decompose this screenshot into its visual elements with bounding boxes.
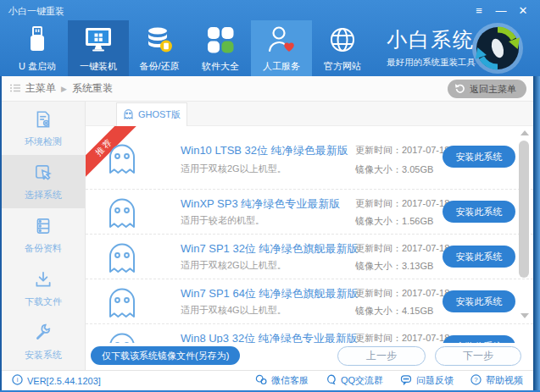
system-updated: 更新时间：2017-07-18 (355, 332, 449, 343)
scroll-up-arrow-icon[interactable] (521, 130, 529, 135)
nav-item-software-collection[interactable]: 软件大全 (190, 20, 251, 76)
ghost-icon (106, 240, 138, 278)
back-to-main-menu-button[interactable]: 返回主菜单 (448, 80, 526, 98)
brand-logo-icon (471, 22, 524, 75)
nav-item-manual-service[interactable]: 人工服务 (251, 20, 312, 76)
sidebar-step-label: 备份资料 (25, 242, 62, 255)
list-icon (10, 83, 20, 95)
breadcrumb-bar: 主菜单 ▶ 系统重装 返回主菜单 (2, 76, 533, 102)
nav-item-official-site[interactable]: 官方网站 (312, 20, 373, 76)
tab-label: GHOST版 (138, 108, 181, 121)
breadcrumb-current-page: 系统重装 (72, 81, 113, 96)
ghost-icon (106, 141, 138, 179)
nav-item-usb-boot[interactable]: U 盘启动 (7, 20, 68, 76)
sidebar-step-install-system[interactable]: 安装系统 (2, 315, 85, 368)
system-description: 适用于双核2G以上机型。 (181, 163, 287, 175)
close-icon[interactable]: ✕ (516, 4, 530, 18)
qq-icon (326, 374, 337, 387)
status-link-label: 微信客服 (271, 374, 309, 387)
menu-icon[interactable]: ≡ (472, 4, 486, 18)
nav-item-one-click-install[interactable]: 一键装机 (68, 20, 129, 76)
sidebar-step-env-check[interactable]: 环境检测 (2, 102, 85, 155)
install-system-button[interactable]: 安装此系统 (443, 335, 515, 343)
nav-label: 人工服务 (263, 60, 300, 73)
monitor-icon (83, 25, 114, 57)
header: 小白一键重装 ≡ — ✕ U 盘启动 一键装机 (0, 0, 540, 76)
sidebar-step-download-files[interactable]: 下载文件 (2, 262, 85, 315)
nav-label: 一键装机 (80, 60, 117, 73)
tab-ghost-edition[interactable]: GHOST版 (116, 102, 187, 126)
sidebar-step-label: 环境检测 (25, 135, 62, 148)
nav-label: 官方网站 (324, 60, 361, 73)
status-link-label: 帮助视频 (486, 374, 523, 387)
feedback-link[interactable]: 问题反馈 (400, 374, 454, 387)
qq-group-link[interactable]: QQ交流群 (326, 374, 383, 387)
scrollbar (519, 130, 530, 318)
version-label: VER[2.5.44.1203] (27, 376, 101, 386)
sidebar-step-backup-data[interactable]: 备份资料 (2, 208, 85, 262)
breadcrumb-separator-icon: ▶ (61, 85, 67, 93)
scrollbar-thumb[interactable] (519, 141, 529, 278)
person-heart-icon (266, 25, 297, 57)
nav-item-backup-restore[interactable]: 备份/还原 (129, 20, 190, 76)
help-videos-link[interactable]: ? 帮助视频 (470, 374, 523, 387)
info-icon: i (12, 374, 23, 387)
window-border-right (533, 76, 540, 392)
scroll-down-arrow-icon[interactable] (521, 313, 529, 318)
next-step-button[interactable]: 下一步 (435, 346, 521, 366)
svg-text:?: ? (474, 376, 478, 384)
system-name[interactable]: Win10 LTSB 32位 纯净绿色最新版 (181, 143, 348, 158)
breadcrumb: 主菜单 ▶ 系统重装 (10, 76, 113, 101)
tab-bar: GHOST版 (86, 102, 533, 126)
sidebar-step-select-system[interactable]: 选择系统 (2, 155, 85, 208)
install-system-button[interactable]: 安装此系统 (443, 290, 515, 312)
help-icon: ? (470, 374, 482, 387)
system-updated: 更新时间：2017-07-18 (355, 287, 449, 300)
main-nav: U 盘启动 一键装机 备份/还原 软件大全 (7, 20, 373, 76)
nav-label: U 盘启动 (19, 60, 56, 73)
install-system-button[interactable]: 安装此系统 (443, 201, 515, 223)
status-link-label: QQ交流群 (341, 374, 383, 387)
system-row-win7-64: Win7 SP1 64位 纯净绿色旗舰最新版 适用于双核4G以上机型。 更新时间… (86, 279, 533, 324)
content-panel: GHOST版 推荐 Win10 LTSB 32位 纯净绿色最新版 适用于双核2G… (86, 102, 533, 370)
action-bar: 仅下载该系统镜像文件(另存为) 上一步 下一步 (86, 343, 533, 370)
wechat-icon (255, 374, 267, 387)
window-controls: ≡ — ✕ (472, 4, 530, 18)
brand-name: 小白系统 (387, 26, 476, 53)
doc-gear-icon (33, 109, 53, 131)
system-description: 适用于双核4G以上机型。 (181, 304, 287, 317)
system-updated: 更新时间：2017-07-18 (355, 197, 449, 210)
system-row-win7-32: Win7 SP1 32位 纯净绿色旗舰最新版 适用于双核2G以上机型。 更新时间… (86, 235, 533, 279)
install-system-button[interactable]: 安装此系统 (443, 146, 515, 168)
system-name[interactable]: Win7 SP1 32位 纯净绿色旗舰最新版 (181, 241, 359, 257)
system-updated: 更新时间：2017-07-18 (355, 144, 449, 157)
sidebar-step-label: 选择系统 (25, 189, 62, 202)
ghost-icon (106, 196, 138, 233)
wechat-support-link[interactable]: 微信客服 (255, 374, 309, 387)
version-info: i VER[2.5.44.1203] (12, 374, 101, 387)
system-name[interactable]: Win8 Up3 32位 纯净绿色专业最新版 (181, 331, 358, 343)
minimize-icon[interactable]: — (494, 4, 508, 18)
system-size: 镜像大小：3.13GB (355, 260, 433, 273)
breadcrumb-main-menu[interactable]: 主菜单 (25, 81, 56, 96)
download-only-button[interactable]: 仅下载该系统镜像文件(另存为) (91, 346, 240, 365)
app-title: 小白一键重装 (8, 5, 64, 18)
system-name[interactable]: WinXP SP3 纯净绿色专业最新版 (181, 196, 340, 212)
steps-sidebar: 环境检测 选择系统 备份资料 下载文件 安装系统 (2, 102, 86, 370)
usb-icon (22, 25, 53, 57)
back-button-label: 返回主菜单 (470, 83, 516, 96)
nav-label: 备份/还原 (139, 60, 179, 73)
brand-block: 小白系统 最好用的系统重装工具 (387, 26, 476, 69)
previous-step-button[interactable]: 上一步 (337, 346, 426, 366)
feedback-icon (400, 374, 412, 387)
status-link-label: 问题反馈 (416, 374, 454, 387)
system-updated: 更新时间：2017-07-18 (355, 242, 449, 255)
database-icon (144, 25, 175, 57)
globe-icon (327, 25, 358, 57)
install-system-button[interactable]: 安装此系统 (443, 246, 515, 268)
system-name[interactable]: Win7 SP1 64位 纯净绿色旗舰最新版 (181, 286, 359, 301)
svg-text:i: i (17, 376, 19, 384)
sidebar-step-label: 下载文件 (25, 295, 62, 308)
back-arrow-icon (454, 83, 465, 96)
system-row-winxp: WinXP SP3 纯净绿色专业最新版 适用于较老的机型。 更新时间：2017-… (86, 190, 533, 235)
